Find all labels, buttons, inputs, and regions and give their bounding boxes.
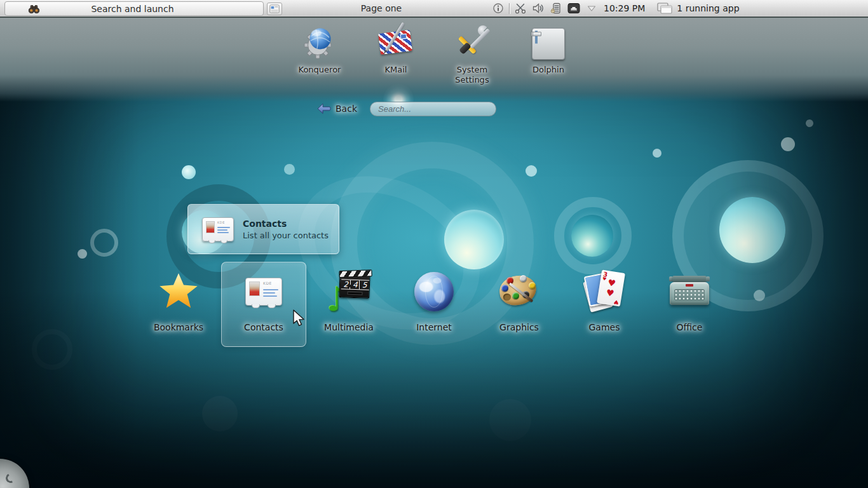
page-preview-button[interactable] [267, 3, 282, 15]
chevron-down-icon[interactable] [585, 1, 599, 15]
favorite-label: System Settings [449, 65, 496, 86]
wallpaper-decoration [653, 149, 661, 158]
category-games[interactable]: 3 Games [562, 262, 647, 347]
favorite-label: Konqueror [299, 65, 341, 75]
wallpaper-decoration [571, 215, 613, 257]
wallpaper-decoration [781, 137, 795, 151]
favorite-system-settings[interactable]: System Settings [437, 24, 508, 86]
contact-card-text: KDE [217, 220, 225, 224]
clipboard-icon[interactable] [549, 1, 563, 15]
page-title: Page one [286, 0, 477, 17]
dolphin-icon [532, 28, 565, 60]
category-row: Bookmarks KDE Contacts [136, 262, 732, 347]
wallpaper-decoration [32, 329, 72, 370]
top-panel: Search and launch Page one [0, 0, 868, 18]
clock[interactable]: 10:29 PM [604, 3, 645, 13]
wallpaper-decoration [719, 197, 785, 263]
wallpaper-decoration [754, 290, 765, 301]
category-contacts[interactable]: KDE Contacts [221, 262, 306, 347]
wallpaper-decoration [78, 249, 87, 259]
tooltip-title: Contacts [243, 219, 329, 229]
task-label: 1 running app [677, 3, 739, 13]
playing-cards-icon: 3 [585, 271, 624, 313]
wallpaper-decoration [444, 210, 504, 269]
info-icon[interactable] [491, 1, 505, 15]
contact-card-icon: KDE [245, 278, 282, 306]
globe-icon [414, 272, 454, 311]
favorite-label: KMail [385, 65, 407, 75]
wallpaper-decoration [526, 165, 537, 177]
contacts-tooltip: KDE Contacts List all your contacts [187, 204, 339, 254]
plasma-toolbox-icon[interactable] [0, 459, 29, 488]
system-tray: 10:29 PM 1 running app [491, 0, 740, 17]
tooltip-subtitle: List all your contacts [243, 231, 329, 240]
contact-card-icon: KDE [202, 217, 234, 241]
windows-icon [656, 1, 673, 15]
back-label: Back [336, 104, 357, 114]
category-bookmarks[interactable]: Bookmarks [136, 262, 221, 347]
category-label: Contacts [244, 322, 283, 332]
konqueror-icon [302, 24, 337, 60]
wallpaper-decoration [489, 399, 531, 441]
search-input[interactable] [370, 102, 496, 116]
wallpaper-decoration [284, 164, 295, 175]
category-label: Internet [416, 322, 452, 332]
category-graphics[interactable]: Graphics [477, 262, 562, 347]
task-manager-item[interactable]: 1 running app [656, 1, 739, 15]
star-icon [159, 273, 198, 310]
network-icon[interactable] [567, 1, 581, 15]
volume-icon[interactable] [531, 1, 545, 15]
binoculars-icon [28, 4, 40, 14]
category-label: Graphics [499, 322, 539, 332]
favorite-kmail[interactable]: KMail [360, 24, 431, 86]
favorite-konqueror[interactable]: Konqueror [284, 24, 355, 86]
category-label: Multimedia [324, 322, 374, 332]
scissors-icon[interactable] [513, 1, 527, 15]
favorite-dolphin[interactable]: Dolphin [513, 24, 584, 86]
category-office[interactable]: Office [647, 262, 732, 347]
tray-separator [509, 3, 510, 14]
wallpaper-decoration [806, 119, 813, 127]
wallpaper-decoration [202, 396, 238, 431]
wallpaper-decoration [90, 229, 118, 257]
clapperboard-icon: 2 4 5 [328, 271, 370, 312]
back-button[interactable]: Back [316, 100, 357, 117]
palette-icon [498, 273, 540, 310]
favorites-panel: Konqueror KMail [0, 18, 868, 102]
category-label: Games [589, 322, 620, 332]
wallpaper-decoration [182, 165, 196, 179]
back-arrow-icon [316, 103, 332, 114]
screen: Search and launch Page one [0, 0, 868, 488]
activity-tab-label: Search and launch [40, 4, 225, 14]
page-preview-icon [269, 4, 280, 13]
contact-photo [206, 221, 215, 233]
kmail-icon [377, 24, 415, 60]
category-label: Office [677, 322, 703, 332]
category-internet[interactable]: Internet [391, 262, 477, 347]
contact-card-text: KDE [263, 281, 272, 285]
category-label: Bookmarks [154, 322, 203, 332]
favorite-label: Dolphin [532, 65, 564, 75]
category-multimedia[interactable]: 2 4 5 Multimedia [306, 262, 391, 347]
system-settings-icon [454, 24, 490, 60]
typewriter-icon [669, 274, 710, 309]
activity-tab-search-and-launch[interactable]: Search and launch [4, 1, 264, 16]
